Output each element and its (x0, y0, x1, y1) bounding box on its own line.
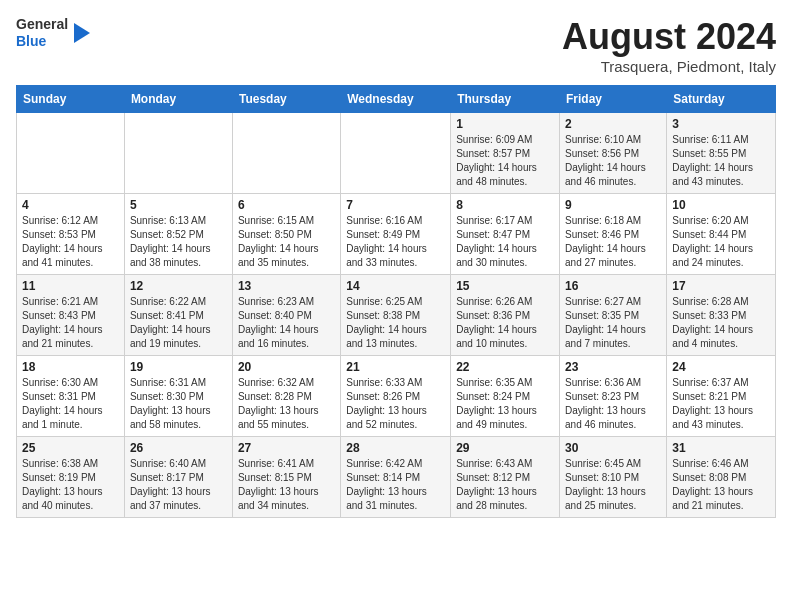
day-number: 3 (672, 117, 770, 131)
day-info: Sunrise: 6:31 AM Sunset: 8:30 PM Dayligh… (130, 376, 227, 432)
location-subtitle: Trasquera, Piedmont, Italy (562, 58, 776, 75)
day-info: Sunrise: 6:11 AM Sunset: 8:55 PM Dayligh… (672, 133, 770, 189)
day-info: Sunrise: 6:20 AM Sunset: 8:44 PM Dayligh… (672, 214, 770, 270)
day-info: Sunrise: 6:15 AM Sunset: 8:50 PM Dayligh… (238, 214, 335, 270)
calendar-cell: 2Sunrise: 6:10 AM Sunset: 8:56 PM Daylig… (560, 113, 667, 194)
calendar-cell: 25Sunrise: 6:38 AM Sunset: 8:19 PM Dayli… (17, 437, 125, 518)
day-info: Sunrise: 6:27 AM Sunset: 8:35 PM Dayligh… (565, 295, 661, 351)
day-info: Sunrise: 6:18 AM Sunset: 8:46 PM Dayligh… (565, 214, 661, 270)
weekday-header: Monday (124, 86, 232, 113)
day-number: 22 (456, 360, 554, 374)
calendar-cell: 30Sunrise: 6:45 AM Sunset: 8:10 PM Dayli… (560, 437, 667, 518)
day-number: 6 (238, 198, 335, 212)
calendar-cell: 21Sunrise: 6:33 AM Sunset: 8:26 PM Dayli… (341, 356, 451, 437)
calendar-cell: 13Sunrise: 6:23 AM Sunset: 8:40 PM Dayli… (232, 275, 340, 356)
day-number: 20 (238, 360, 335, 374)
day-info: Sunrise: 6:38 AM Sunset: 8:19 PM Dayligh… (22, 457, 119, 513)
day-number: 8 (456, 198, 554, 212)
logo-blue: Blue (16, 33, 46, 49)
calendar-cell: 20Sunrise: 6:32 AM Sunset: 8:28 PM Dayli… (232, 356, 340, 437)
weekday-header-row: SundayMondayTuesdayWednesdayThursdayFrid… (17, 86, 776, 113)
logo-text: General Blue (16, 16, 68, 50)
calendar-cell: 22Sunrise: 6:35 AM Sunset: 8:24 PM Dayli… (451, 356, 560, 437)
day-number: 25 (22, 441, 119, 455)
weekday-header: Wednesday (341, 86, 451, 113)
day-number: 24 (672, 360, 770, 374)
calendar-cell: 11Sunrise: 6:21 AM Sunset: 8:43 PM Dayli… (17, 275, 125, 356)
title-block: August 2024 Trasquera, Piedmont, Italy (562, 16, 776, 75)
day-info: Sunrise: 6:45 AM Sunset: 8:10 PM Dayligh… (565, 457, 661, 513)
day-number: 27 (238, 441, 335, 455)
day-info: Sunrise: 6:43 AM Sunset: 8:12 PM Dayligh… (456, 457, 554, 513)
calendar-cell: 15Sunrise: 6:26 AM Sunset: 8:36 PM Dayli… (451, 275, 560, 356)
day-info: Sunrise: 6:28 AM Sunset: 8:33 PM Dayligh… (672, 295, 770, 351)
day-number: 9 (565, 198, 661, 212)
day-info: Sunrise: 6:17 AM Sunset: 8:47 PM Dayligh… (456, 214, 554, 270)
day-info: Sunrise: 6:35 AM Sunset: 8:24 PM Dayligh… (456, 376, 554, 432)
day-info: Sunrise: 6:33 AM Sunset: 8:26 PM Dayligh… (346, 376, 445, 432)
day-number: 29 (456, 441, 554, 455)
day-number: 5 (130, 198, 227, 212)
day-info: Sunrise: 6:46 AM Sunset: 8:08 PM Dayligh… (672, 457, 770, 513)
logo-general: General (16, 16, 68, 32)
calendar-cell: 12Sunrise: 6:22 AM Sunset: 8:41 PM Dayli… (124, 275, 232, 356)
day-info: Sunrise: 6:10 AM Sunset: 8:56 PM Dayligh… (565, 133, 661, 189)
day-number: 2 (565, 117, 661, 131)
calendar-week-row: 25Sunrise: 6:38 AM Sunset: 8:19 PM Dayli… (17, 437, 776, 518)
day-info: Sunrise: 6:36 AM Sunset: 8:23 PM Dayligh… (565, 376, 661, 432)
day-number: 19 (130, 360, 227, 374)
calendar-cell: 8Sunrise: 6:17 AM Sunset: 8:47 PM Daylig… (451, 194, 560, 275)
day-number: 26 (130, 441, 227, 455)
calendar-table: SundayMondayTuesdayWednesdayThursdayFrid… (16, 85, 776, 518)
calendar-cell: 29Sunrise: 6:43 AM Sunset: 8:12 PM Dayli… (451, 437, 560, 518)
day-number: 30 (565, 441, 661, 455)
calendar-cell: 5Sunrise: 6:13 AM Sunset: 8:52 PM Daylig… (124, 194, 232, 275)
page-header: General Blue August 2024 Trasquera, Pied… (16, 16, 776, 75)
day-number: 4 (22, 198, 119, 212)
day-info: Sunrise: 6:37 AM Sunset: 8:21 PM Dayligh… (672, 376, 770, 432)
calendar-cell: 14Sunrise: 6:25 AM Sunset: 8:38 PM Dayli… (341, 275, 451, 356)
day-info: Sunrise: 6:41 AM Sunset: 8:15 PM Dayligh… (238, 457, 335, 513)
day-number: 31 (672, 441, 770, 455)
logo-arrow-icon (74, 23, 90, 43)
weekday-header: Tuesday (232, 86, 340, 113)
day-number: 1 (456, 117, 554, 131)
calendar-week-row: 18Sunrise: 6:30 AM Sunset: 8:31 PM Dayli… (17, 356, 776, 437)
day-info: Sunrise: 6:30 AM Sunset: 8:31 PM Dayligh… (22, 376, 119, 432)
day-number: 18 (22, 360, 119, 374)
day-number: 17 (672, 279, 770, 293)
calendar-cell: 24Sunrise: 6:37 AM Sunset: 8:21 PM Dayli… (667, 356, 776, 437)
day-number: 12 (130, 279, 227, 293)
day-info: Sunrise: 6:42 AM Sunset: 8:14 PM Dayligh… (346, 457, 445, 513)
month-title: August 2024 (562, 16, 776, 58)
calendar-week-row: 4Sunrise: 6:12 AM Sunset: 8:53 PM Daylig… (17, 194, 776, 275)
calendar-cell: 23Sunrise: 6:36 AM Sunset: 8:23 PM Dayli… (560, 356, 667, 437)
day-info: Sunrise: 6:26 AM Sunset: 8:36 PM Dayligh… (456, 295, 554, 351)
calendar-cell: 31Sunrise: 6:46 AM Sunset: 8:08 PM Dayli… (667, 437, 776, 518)
calendar-cell: 3Sunrise: 6:11 AM Sunset: 8:55 PM Daylig… (667, 113, 776, 194)
calendar-cell: 1Sunrise: 6:09 AM Sunset: 8:57 PM Daylig… (451, 113, 560, 194)
day-info: Sunrise: 6:12 AM Sunset: 8:53 PM Dayligh… (22, 214, 119, 270)
calendar-cell: 7Sunrise: 6:16 AM Sunset: 8:49 PM Daylig… (341, 194, 451, 275)
day-number: 21 (346, 360, 445, 374)
weekday-header: Sunday (17, 86, 125, 113)
calendar-cell: 27Sunrise: 6:41 AM Sunset: 8:15 PM Dayli… (232, 437, 340, 518)
day-number: 16 (565, 279, 661, 293)
calendar-week-row: 11Sunrise: 6:21 AM Sunset: 8:43 PM Dayli… (17, 275, 776, 356)
calendar-cell: 18Sunrise: 6:30 AM Sunset: 8:31 PM Dayli… (17, 356, 125, 437)
calendar-cell: 17Sunrise: 6:28 AM Sunset: 8:33 PM Dayli… (667, 275, 776, 356)
day-info: Sunrise: 6:40 AM Sunset: 8:17 PM Dayligh… (130, 457, 227, 513)
calendar-cell (17, 113, 125, 194)
calendar-cell: 4Sunrise: 6:12 AM Sunset: 8:53 PM Daylig… (17, 194, 125, 275)
day-info: Sunrise: 6:22 AM Sunset: 8:41 PM Dayligh… (130, 295, 227, 351)
day-number: 23 (565, 360, 661, 374)
day-number: 11 (22, 279, 119, 293)
day-number: 14 (346, 279, 445, 293)
calendar-cell (124, 113, 232, 194)
day-info: Sunrise: 6:32 AM Sunset: 8:28 PM Dayligh… (238, 376, 335, 432)
day-info: Sunrise: 6:09 AM Sunset: 8:57 PM Dayligh… (456, 133, 554, 189)
day-number: 28 (346, 441, 445, 455)
calendar-cell: 9Sunrise: 6:18 AM Sunset: 8:46 PM Daylig… (560, 194, 667, 275)
calendar-cell: 26Sunrise: 6:40 AM Sunset: 8:17 PM Dayli… (124, 437, 232, 518)
weekday-header: Saturday (667, 86, 776, 113)
